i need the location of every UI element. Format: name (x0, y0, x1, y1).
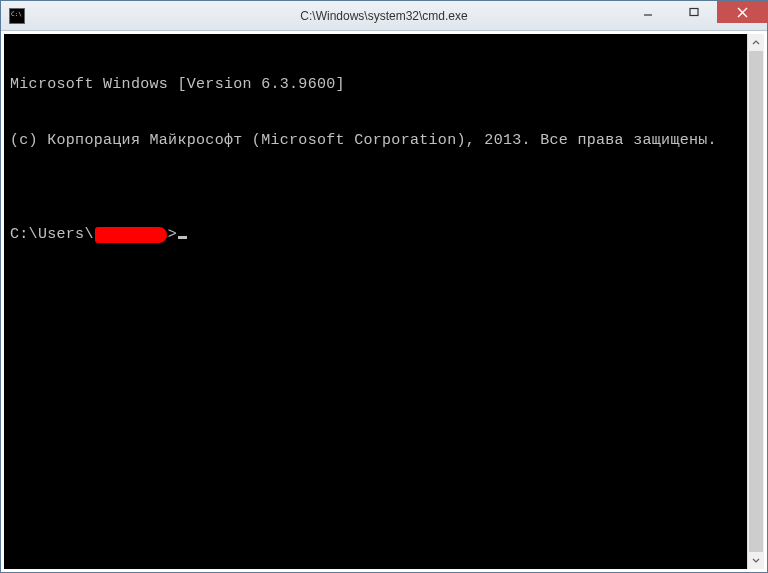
maximize-button[interactable] (671, 1, 717, 23)
close-button[interactable] (717, 1, 767, 23)
close-icon (737, 7, 748, 18)
console-output[interactable]: Microsoft Windows [Version 6.3.9600] (c)… (4, 34, 747, 569)
titlebar[interactable]: C:\Windows\system32\cmd.exe (1, 1, 767, 31)
prompt-line: C:\Users\> (10, 226, 741, 245)
minimize-icon (643, 7, 653, 17)
window-title: C:\Windows\system32\cmd.exe (300, 9, 467, 23)
redacted-username (95, 227, 167, 243)
window-controls (625, 1, 767, 30)
cursor (178, 236, 187, 239)
svg-rect-1 (690, 9, 698, 16)
prompt-suffix: > (168, 226, 177, 245)
chevron-down-icon (752, 558, 760, 563)
minimize-button[interactable] (625, 1, 671, 23)
version-line: Microsoft Windows [Version 6.3.9600] (10, 76, 741, 95)
scroll-thumb[interactable] (749, 51, 763, 552)
client-area: Microsoft Windows [Version 6.3.9600] (c)… (1, 31, 767, 572)
vertical-scrollbar[interactable] (747, 34, 764, 569)
maximize-icon (689, 7, 699, 17)
scroll-track[interactable] (748, 51, 764, 552)
copyright-line: (c) Корпорация Майкрософт (Microsoft Cor… (10, 132, 741, 151)
prompt-prefix: C:\Users\ (10, 226, 94, 245)
scroll-down-arrow[interactable] (748, 552, 764, 569)
app-icon (9, 8, 25, 24)
chevron-up-icon (752, 40, 760, 45)
cmd-window: C:\Windows\system32\cmd.exe Microsoft Wi… (0, 0, 768, 573)
scroll-up-arrow[interactable] (748, 34, 764, 51)
